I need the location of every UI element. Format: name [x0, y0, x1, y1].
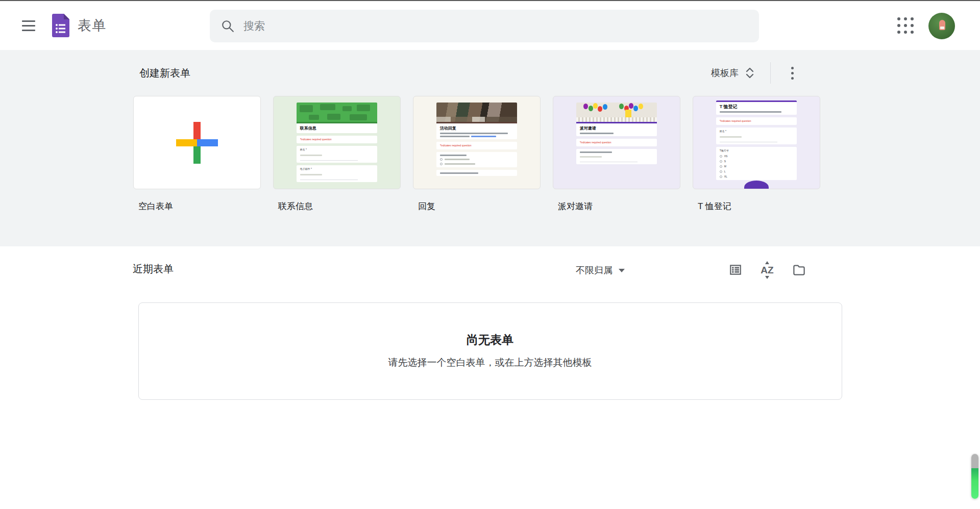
- empty-state-subtitle: 请先选择一个空白表单，或在上方选择其他模板: [139, 356, 842, 369]
- template-card-tshirt-signup[interactable]: T 恤登记 *Indicates required question 姓名 * …: [693, 96, 820, 189]
- owner-filter-dropdown[interactable]: 不限归属: [573, 260, 628, 281]
- open-folder-icon[interactable]: [787, 258, 811, 282]
- forms-logo-icon: [52, 14, 69, 37]
- search-icon: [221, 19, 234, 33]
- divider: [770, 62, 771, 84]
- template-card-party-invite[interactable]: 派对邀请 *Indicates required question: [553, 96, 680, 189]
- recent-section-title: 近期表单: [133, 262, 174, 276]
- search-bar: [210, 10, 759, 42]
- rsvp-thumb: 活动回复 *Indicates required question: [436, 103, 518, 176]
- forms-home-page: 表单 创建新表单 模板库: [0, 0, 980, 509]
- rsvp-banner-photo: [436, 103, 518, 122]
- list-view-icon[interactable]: [724, 258, 747, 282]
- more-options-kebab-icon[interactable]: [781, 62, 803, 84]
- template-card-contact-info[interactable]: 联系信息 *Indicates required question 姓名 * 电…: [273, 96, 401, 189]
- template-label-contact: 联系信息: [273, 200, 401, 212]
- recent-forms-section: 近期表单 不限归属 AZ: [0, 246, 980, 400]
- empty-state-card: 尚无表单 请先选择一个空白表单，或在上方选择其他模板: [138, 302, 842, 400]
- owner-filter-label: 不限归属: [576, 264, 612, 276]
- party-thumb: 派对邀请 *Indicates required question: [576, 103, 657, 164]
- template-labels-row: 空白表单 联系信息 回复 派对邀请 T 恤登记: [0, 200, 980, 212]
- new-form-plus-icon: [176, 122, 218, 164]
- contact-banner-image: [297, 103, 378, 122]
- top-app-bar: 表单: [0, 1, 980, 50]
- tshirt-thumb: T 恤登记 *Indicates required question 姓名 * …: [716, 100, 797, 180]
- create-section-title: 创建新表单: [139, 66, 190, 80]
- template-cards-row: 联系信息 *Indicates required question 姓名 * 电…: [0, 96, 980, 189]
- app-title: 表单: [78, 16, 106, 35]
- template-gallery-label: 模板库: [711, 67, 739, 79]
- hamburger-menu-icon[interactable]: [15, 12, 42, 39]
- empty-state-title: 尚无表单: [139, 332, 842, 348]
- forms-logo[interactable]: [52, 14, 69, 37]
- chevron-down-icon: [619, 269, 625, 272]
- create-new-form-section: 创建新表单 模板库: [0, 50, 980, 246]
- party-banner-photo: [576, 103, 657, 122]
- tshirt-graphic: [744, 181, 769, 189]
- avatar-figure: [939, 20, 945, 30]
- template-label-party: 派对邀请: [553, 200, 680, 212]
- template-label-rsvp: 回复: [413, 200, 541, 212]
- scrollbar-thumb[interactable]: [971, 454, 978, 499]
- unfold-more-icon: [745, 67, 755, 79]
- account-avatar[interactable]: [928, 13, 955, 39]
- search-input[interactable]: [243, 20, 748, 32]
- google-apps-grid-icon[interactable]: [893, 13, 918, 38]
- template-gallery-button[interactable]: 模板库: [706, 63, 760, 83]
- contact-thumb: 联系信息 *Indicates required question 姓名 * 电…: [297, 103, 378, 182]
- sort-az-icon[interactable]: AZ: [755, 258, 779, 282]
- template-card-blank-form[interactable]: [133, 96, 261, 189]
- template-card-rsvp[interactable]: 活动回复 *Indicates required question: [413, 96, 541, 189]
- template-label-tshirt: T 恤登记: [693, 200, 820, 212]
- template-label-blank: 空白表单: [133, 200, 261, 212]
